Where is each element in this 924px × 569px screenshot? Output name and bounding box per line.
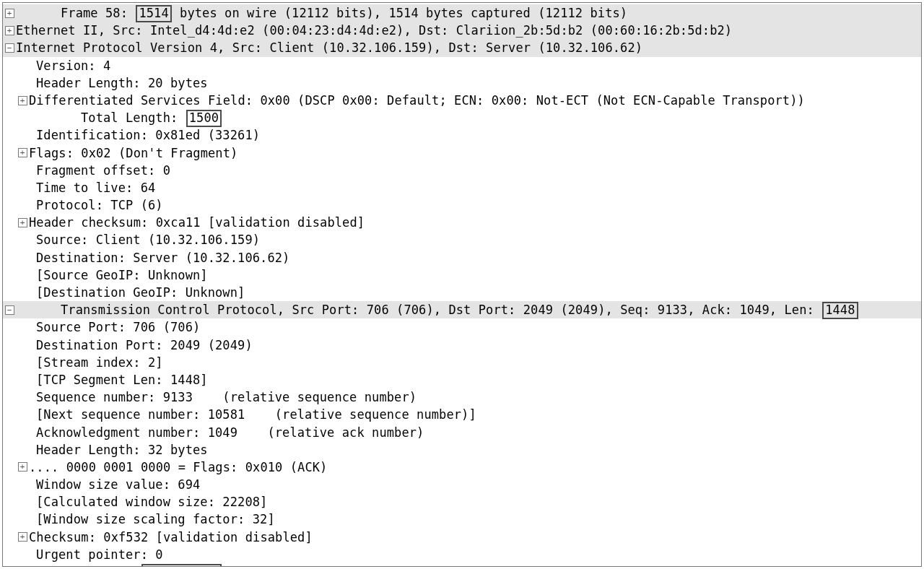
expand-icon[interactable]: + [16,462,29,472]
tcp-checksum-row[interactable]: + Checksum: 0xf532 [validation disabled] [3,529,921,546]
ip-checksum-row[interactable]: + Header checksum: 0xca11 [validation di… [3,214,921,231]
tcp-ack: Acknowledgment number: 1049 (relative ac… [36,424,424,441]
ethernet-header-row[interactable]: + Ethernet II, Src: Intel_d4:4d:e2 (00:0… [3,22,921,39]
ip-protocol-row[interactable]: Protocol: TCP (6) [3,196,921,214]
ip-total-length-callout: 1500 [186,110,222,127]
tcp-len-callout: 1448 [822,302,858,319]
ip-protocol: Protocol: TCP (6) [36,196,163,214]
tcp-srcport: Source Port: 706 (706) [36,318,200,336]
ip-flags: Flags: 0x02 (Don't Fragment) [29,144,237,162]
tcp-scale: [Window size scaling factor: 32] [36,511,275,528]
frame-header-row[interactable]: + Frame 58: 1514 bytes on wire (12112 bi… [3,4,921,22]
ip-destination-row[interactable]: Destination: Server (10.32.106.62) [3,249,921,266]
tcp-dstport: Destination Port: 2049 (2049) [36,336,253,354]
ethernet-summary: Ethernet II, Src: Intel_d4:4d:e2 (00:04:… [16,22,732,39]
tcp-summary-prefix: Transmission Control Protocol, Src Port:… [61,303,821,317]
tcp-stream-row[interactable]: [Stream index: 2] [3,354,921,371]
ip-srcgeoip-row[interactable]: [Source GeoIP: Unknown] [3,266,921,284]
collapse-icon[interactable]: − [3,305,16,315]
ip-total-length-label: Total Length: [81,110,186,125]
tcp-scale-row[interactable]: [Window size scaling factor: 32] [3,511,921,528]
tcp-dstport-row[interactable]: Destination Port: 2049 (2049) [3,336,921,354]
tcp-calcwin: [Calculated window size: 22208] [36,493,267,511]
ip-flags-row[interactable]: + Flags: 0x02 (Don't Fragment) [3,144,921,162]
tcp-seq: Sequence number: 9133 (relative sequence… [36,388,417,406]
tcp-nextseq-row[interactable]: [Next sequence number: 10581 (relative s… [3,406,921,423]
tcp-win-row[interactable]: Window size value: 694 [3,476,921,493]
tcp-options-label: Options: [74,565,141,567]
tcp-stream: [Stream index: 2] [36,354,163,371]
frame-prefix: Frame 58: [61,6,135,20]
ip-total-length-row[interactable]: Total Length: 1500 [3,109,921,126]
ip-source-row[interactable]: Source: Client (10.32.106.159) [3,231,921,248]
expand-icon[interactable]: + [3,26,16,35]
ip-summary: Internet Protocol Version 4, Src: Client… [16,39,642,56]
ip-identification: Identification: 0x81ed (33261) [36,126,260,144]
ip-hlen: Header Length: 20 bytes [36,74,208,92]
tcp-header-row[interactable]: − Transmission Control Protocol, Src Por… [3,301,921,318]
expand-icon[interactable]: + [16,532,29,542]
ip-hlen-row[interactable]: Header Length: 20 bytes [3,74,921,92]
tcp-flags: .... 0000 0001 0000 = Flags: 0x010 (ACK) [29,459,327,476]
tcp-hlen: Header Length: 32 bytes [36,441,208,459]
collapse-icon[interactable]: − [3,43,16,53]
ip-source: Source: Client (10.32.106.159) [36,231,260,248]
tcp-checksum: Checksum: 0xf532 [validation disabled] [29,529,313,546]
ip-version-row[interactable]: Version: 4 [3,57,921,74]
tcp-seglen-row[interactable]: [TCP Segment Len: 1448] [3,371,921,388]
ip-ttl: Time to live: 64 [36,179,155,196]
tcp-seq-row[interactable]: Sequence number: 9133 (relative sequence… [3,388,921,406]
expand-icon[interactable]: + [3,9,16,18]
frame-bytes-callout: 1514 [136,5,171,22]
tcp-options-suffix: , No-Operation (NOP), No-Operation (NOP)… [222,565,610,567]
tcp-flags-row[interactable]: + .... 0000 0001 0000 = Flags: 0x010 (AC… [3,459,921,476]
packet-details-pane[interactable]: + Frame 58: 1514 bytes on wire (12112 bi… [2,2,922,567]
tcp-options-row[interactable]: + Options: (12 bytes), No-Operation (NOP… [3,563,921,567]
tcp-calcwin-row[interactable]: [Calculated window size: 22208] [3,493,921,511]
ip-header-row[interactable]: − Internet Protocol Version 4, Src: Clie… [3,39,921,56]
ip-destination: Destination: Server (10.32.106.62) [36,249,289,266]
tcp-nextseq: [Next sequence number: 10581 (relative s… [36,406,476,423]
tcp-hlen-row[interactable]: Header Length: 32 bytes [3,441,921,459]
expand-icon[interactable]: + [16,148,29,157]
frame-suffix: bytes on wire (12112 bits), 1514 bytes c… [173,6,627,20]
ip-ttl-row[interactable]: Time to live: 64 [3,179,921,196]
tcp-ack-row[interactable]: Acknowledgment number: 1049 (relative ac… [3,424,921,441]
ip-version: Version: 4 [36,57,110,74]
tcp-options-bytes-callout: (12 bytes) [141,564,222,567]
tcp-seglen: [TCP Segment Len: 1448] [36,371,208,388]
ip-fragoffset-row[interactable]: Fragment offset: 0 [3,162,921,179]
ip-identification-row[interactable]: Identification: 0x81ed (33261) [3,126,921,144]
ip-fragoffset: Fragment offset: 0 [36,162,170,179]
tcp-win: Window size value: 694 [36,476,200,493]
expand-icon[interactable]: + [16,218,29,227]
ip-checksum: Header checksum: 0xca11 [validation disa… [29,214,365,231]
expand-icon[interactable]: + [16,96,29,105]
ip-srcgeoip: [Source GeoIP: Unknown] [36,266,208,284]
